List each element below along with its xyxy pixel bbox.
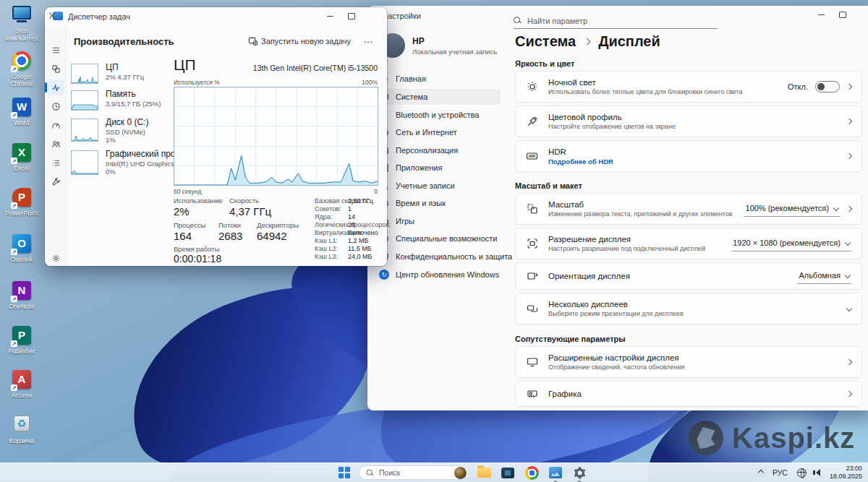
rail-details-button[interactable]	[47, 155, 64, 171]
settings-main: Найти параметр Система Дисплей Яркость и…	[503, 6, 868, 410]
chevron-right-icon	[846, 119, 852, 124]
sidebar-item-bluetooth-devices[interactable]: Bluetooth и устройства	[373, 107, 501, 123]
chevron-right-icon	[584, 38, 591, 46]
settings-row-orientation[interactable]: Ориентация дисплея Альбомная	[515, 262, 862, 290]
clock[interactable]: 23:00 18.09.2025	[830, 465, 862, 481]
tray-overflow-button[interactable]	[758, 470, 764, 475]
start-button[interactable]	[336, 464, 353, 481]
volume-icon[interactable]	[816, 469, 820, 476]
desktop-icon-publisher[interactable]: P Publisher	[1, 325, 43, 355]
settings-row-graphics[interactable]: Графика	[515, 381, 862, 407]
language-indicator[interactable]: РУС	[773, 468, 788, 477]
taskbar-briefcase-app[interactable]	[499, 464, 516, 481]
windows-logo-icon	[339, 467, 350, 478]
sidebar-item-accessibility[interactable]: Специальные возможности	[373, 231, 501, 246]
settings-row-night-light[interactable]: Ночной свет Использовать более теплые цв…	[515, 71, 862, 103]
settings-row-hdr[interactable]: HDR HDR Подробнее об HDR	[515, 140, 862, 172]
sidebar-item-privacy[interactable]: Конфиденциальность и защита	[373, 249, 501, 264]
close-button[interactable]	[42, 7, 64, 25]
settings-row-scale[interactable]: Масштаб Изменение размера текста, прилож…	[515, 193, 862, 225]
chart-x-left: 60 секунд	[174, 188, 202, 195]
resolution-dropdown[interactable]: 1920 × 1080 (рекомендуется)	[731, 236, 851, 251]
taskbar-chrome[interactable]	[523, 464, 540, 481]
search-placeholder: Найти параметр	[527, 17, 587, 25]
taskbar-settings[interactable]	[571, 464, 588, 481]
taskbar-search[interactable]: Поиск	[359, 465, 469, 480]
folder-icon	[477, 468, 491, 478]
scale-icon	[526, 203, 538, 215]
settings-row-multiple-displays[interactable]: Несколько дисплеев Выберите режим презен…	[515, 293, 862, 324]
desktop: Kaspi.kz Этот компьютер Google Chrome W …	[0, 0, 868, 482]
sidebar-item-windows-update[interactable]: ↻ Центр обновления Windows	[373, 267, 501, 283]
sidebar-item-network[interactable]: Сеть и Интернет	[373, 124, 501, 140]
orientation-icon	[526, 270, 538, 283]
minimize-button[interactable]	[319, 7, 341, 25]
hdr-learn-more-link[interactable]: Подробнее об HDR	[548, 158, 837, 165]
kaspi-logo-icon	[689, 421, 723, 455]
section-heading: Яркость и цвет	[515, 59, 574, 68]
rail-menu-button[interactable]	[47, 42, 64, 58]
task-manager-icon	[549, 467, 562, 478]
search-icon	[514, 17, 522, 25]
night-light-icon	[526, 81, 538, 93]
sidebar-item-apps[interactable]: Приложения	[373, 160, 501, 176]
scale-dropdown[interactable]: 100% (рекомендуется)	[744, 202, 840, 217]
desktop-icon-chrome[interactable]: Google Chrome	[1, 51, 43, 87]
chevron-down-icon	[846, 306, 852, 311]
chevron-right-icon	[846, 84, 852, 90]
chevron-down-icon	[833, 205, 839, 210]
breadcrumb-display: Дисплей	[598, 33, 660, 50]
chevron-right-icon	[846, 359, 852, 365]
chart-y-max: 100%	[362, 79, 378, 86]
orientation-dropdown[interactable]: Альбомная	[797, 269, 851, 284]
sidebar-item-system[interactable]: Система	[373, 89, 501, 105]
settings-row-advanced-display[interactable]: Расширенные настройки дисплея Отображени…	[515, 346, 862, 378]
desktop-icon-onenote[interactable]: N OneNote	[1, 280, 43, 310]
desktop-icon-recycle-bin[interactable]: ♻ Корзина	[1, 414, 43, 444]
desktop-icon-word[interactable]: W Word	[1, 97, 43, 126]
sidebar-item-gaming[interactable]: Игры	[373, 213, 501, 229]
rail-startup-apps-button[interactable]	[47, 117, 64, 133]
chevron-down-icon	[845, 272, 851, 277]
desktop-icon-this-pc[interactable]: Этот компьютер	[1, 6, 43, 42]
taskbar-file-explorer[interactable]	[475, 464, 493, 481]
sidebar-item-personalization[interactable]: Персонализация	[373, 142, 501, 158]
windows-update-icon: ↻	[379, 270, 389, 280]
desktop-icon-outlook[interactable]: O Outlook	[1, 233, 43, 263]
sidebar-item-time-language[interactable]: Время и язык	[373, 195, 501, 211]
rail-users-button[interactable]	[47, 136, 64, 152]
maximize-button[interactable]	[341, 7, 362, 25]
desktop-icon-excel[interactable]: X Excel	[1, 142, 43, 172]
rail-app-history-button[interactable]	[47, 98, 64, 114]
night-light-toggle[interactable]	[815, 81, 840, 92]
more-options-button[interactable]	[363, 33, 374, 45]
breadcrumb-system[interactable]: Система	[515, 33, 576, 50]
cpu-detail-title: ЦП	[174, 56, 196, 74]
run-new-task-button[interactable]: Запустить новую задачу	[248, 36, 351, 46]
rail-processes-button[interactable]	[47, 61, 64, 77]
section-heading: Масштаб и макет	[515, 181, 582, 190]
settings-row-color-profile[interactable]: Цветовой профиль Настройте отображение ц…	[515, 106, 862, 137]
resolution-icon	[526, 238, 538, 250]
section-heading: Сопутствующие параметры	[515, 335, 626, 343]
access-icon: A	[12, 370, 32, 390]
sidebar-item-home[interactable]: Главная	[373, 71, 501, 87]
rail-settings-button[interactable]	[47, 250, 64, 266]
powerpoint-icon: P	[12, 188, 32, 208]
rail-services-button[interactable]	[47, 173, 64, 189]
recycle-bin-icon: ♻	[12, 416, 32, 436]
desktop-icon-powerpoint[interactable]: P PowerPoint	[1, 187, 43, 217]
cpu-sparkline	[71, 64, 98, 84]
chrome-icon	[525, 466, 539, 480]
task-manager-rail	[45, 26, 67, 266]
search-input[interactable]: Найти параметр	[514, 13, 718, 29]
settings-row-resolution[interactable]: Разрешение дисплея Настроить разрешение …	[515, 228, 862, 259]
desktop-icon-access[interactable]: A Access	[1, 369, 43, 399]
taskbar-task-manager[interactable]	[547, 464, 564, 481]
network-icon[interactable]	[797, 468, 807, 478]
rail-performance-button[interactable]	[47, 79, 64, 95]
cpu-model: 13th Gen Intel(R) Core(TM) i5-13500	[253, 64, 378, 72]
chevron-right-icon	[846, 391, 852, 397]
kaspi-watermark-text: Kaspi.kz	[732, 422, 855, 455]
sidebar-item-accounts[interactable]: Учетные записи	[373, 178, 501, 194]
